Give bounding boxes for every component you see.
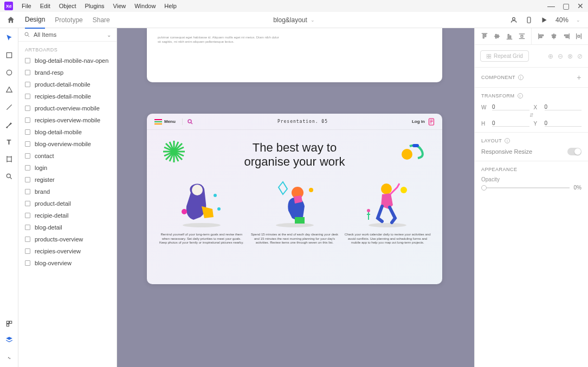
align-bottom-icon[interactable] [506,32,513,40]
minimize-icon[interactable]: — [547,2,555,10]
app-icon: Xd [4,2,13,10]
boolean-subtract-icon[interactable]: ⊖ [558,53,563,60]
artboard-item[interactable]: brand [18,186,117,198]
repeat-grid-button[interactable]: Repeat Grid [480,50,529,62]
artboard-item[interactable]: blog-overview-mobile [18,138,117,150]
artboard-item[interactable]: recipie-detail [18,209,117,221]
artboard-item[interactable]: login [18,162,117,174]
lock-aspect-icon[interactable]: ⇵ [481,113,581,118]
svg-point-31 [276,223,314,227]
info-icon[interactable]: i [518,93,523,99]
distribute-v-icon[interactable] [518,32,526,40]
align-right-icon[interactable] [563,32,570,40]
maximize-icon[interactable]: ▢ [563,2,570,10]
artboard-icon [25,117,30,123]
pen-tool[interactable] [5,120,14,129]
boolean-add-icon[interactable]: ⊕ [548,53,553,60]
device-icon[interactable] [525,16,533,24]
artboard-item[interactable]: product-detail [18,198,117,209]
items-filter[interactable]: All Items ⌄ [18,28,117,42]
menu-window[interactable]: Window [134,3,156,9]
y-input[interactable] [545,120,582,127]
artboard-item[interactable]: brand-resp [18,67,117,78]
artboard-label: brand [35,188,50,195]
play-icon[interactable] [540,16,548,24]
artboard-item[interactable]: register [18,174,117,186]
menu-file[interactable]: File [22,3,31,9]
artboard-item[interactable]: product-detail-mobile [18,78,117,90]
ellipse-tool[interactable] [5,68,14,77]
zoom-tool[interactable] [5,172,14,181]
menu-view[interactable]: View [113,3,126,9]
artboard-icon [25,82,30,87]
info-icon[interactable]: i [518,75,524,80]
opacity-slider[interactable] [481,187,570,188]
svg-rect-62 [578,35,580,37]
artboard-label: product-overview-mobile [35,105,100,112]
artboard-item[interactable]: products-overview [18,233,117,245]
menu-help[interactable]: Help [164,3,177,9]
artboard-label: blog-detail [35,224,62,231]
svg-point-24 [402,149,412,160]
select-tool[interactable] [5,34,14,42]
artboard-item[interactable]: contact [18,150,117,162]
height-input[interactable] [492,120,529,127]
canvas[interactable]: pulvinar consequat eget habitasse id. Al… [117,28,474,367]
align-hcenter-icon[interactable] [550,32,558,40]
menu-edit[interactable]: Edit [40,3,50,9]
libraries-icon[interactable] [5,319,14,328]
width-input[interactable] [492,104,529,110]
layers-icon[interactable] [5,336,14,344]
x-input[interactable] [545,104,582,110]
artboard-item[interactable]: recipies-overview-mobile [18,114,117,126]
artboard-icon [25,189,30,194]
artboard-item[interactable]: blog-detail [18,221,117,233]
chevron-down-icon[interactable]: ⌄ [576,17,580,23]
artboard-tool[interactable] [5,155,14,163]
artboard-item[interactable]: recipies-overview [18,245,117,257]
tab-prototype[interactable]: Prototype [55,12,82,28]
align-top-icon[interactable] [481,32,488,40]
artboard-preview-main[interactable]: Menu Presentation. 05 Log in The best wa… [147,114,442,284]
artboard-item[interactable]: blog-detail-mobile-nav-open [18,55,117,67]
menu-object[interactable]: Object [59,3,76,9]
distribute-h-icon[interactable] [575,32,583,40]
boolean-exclude-icon[interactable]: ⊘ [577,53,583,60]
artboard-icon [25,260,30,266]
artboard-label: brand-resp [35,69,63,76]
component-header: COMPONENT i + [481,73,581,82]
tab-design[interactable]: Design [25,11,45,29]
add-component-icon[interactable]: + [577,73,581,82]
align-vcenter-icon[interactable] [493,32,501,40]
artboard-label: blog-overview-mobile [35,141,91,147]
zoom-level[interactable]: 40% [555,16,568,24]
svg-point-0 [513,17,515,20]
artboard-item[interactable]: blog-detail-mobile [18,126,117,138]
artboard-item[interactable]: blog-overview [18,257,117,269]
svg-rect-7 [9,321,11,323]
user-icon[interactable] [510,16,518,24]
menu-plugins[interactable]: Plugins [85,3,105,9]
doc-title[interactable]: blog&layout ⌄ [273,16,315,24]
align-left-icon[interactable] [538,32,545,40]
tab-share[interactable]: Share [93,12,110,28]
artboard-item[interactable]: product-overview-mobile [18,102,117,114]
close-icon[interactable]: ✕ [577,2,584,10]
polygon-tool[interactable] [5,86,14,94]
artboard-icon [25,153,30,159]
svg-point-38 [367,209,370,212]
boolean-intersect-icon[interactable]: ⊗ [567,53,573,60]
info-icon[interactable]: i [505,138,510,143]
responsive-toggle[interactable] [567,148,581,155]
svg-point-26 [183,223,221,227]
illustration-2 [251,178,339,230]
artboard-label: recipies-overview [35,248,81,254]
home-icon[interactable] [7,16,15,24]
text-tool[interactable]: T [5,137,14,146]
artboard-preview-top[interactable]: pulvinar consequat eget habitasse id. Al… [147,28,442,82]
line-tool[interactable] [5,103,14,112]
artboard-item[interactable]: recipies-detail-mobile [18,90,117,102]
rectangle-tool[interactable] [5,51,14,60]
plugins-icon[interactable] [5,352,14,361]
left-panel: All Items ⌄ ARTBOARDS blog-detail-mobile… [18,28,117,367]
